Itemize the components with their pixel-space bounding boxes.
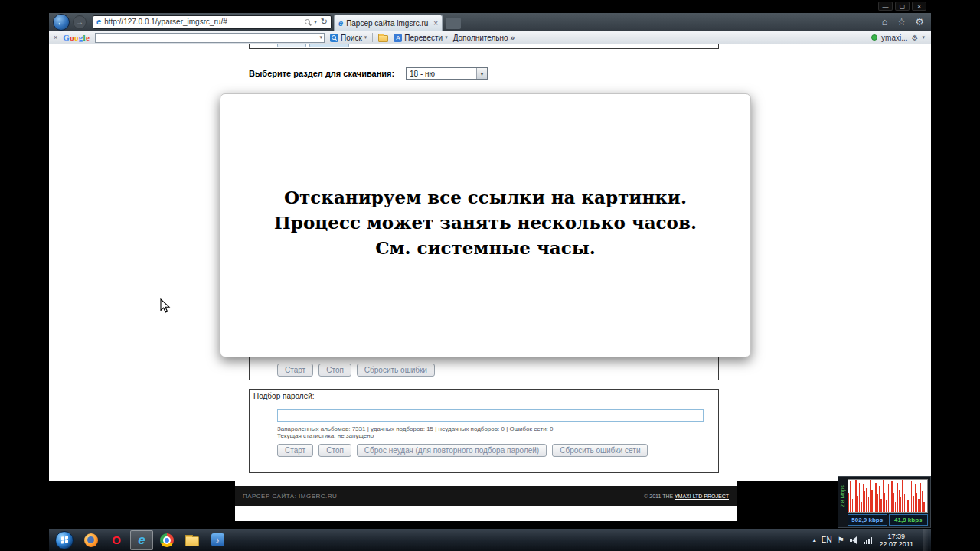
toolbar-search-label: Поиск — [341, 34, 362, 42]
media-player-icon: ♪ — [211, 533, 224, 546]
search-icon[interactable] — [305, 19, 310, 24]
chevron-down-icon: ▾ — [445, 34, 448, 41]
clipped-button[interactable] — [277, 44, 306, 47]
google-toolbar: × Google ▾ Поиск ▾ A Перевести ▾ Дополни… — [49, 31, 931, 44]
chevron-down-icon[interactable]: ▾ — [314, 19, 317, 25]
back-button[interactable]: ← — [53, 14, 70, 31]
taskbar-media-button[interactable]: ♪ — [206, 530, 229, 550]
passwords-stop-button[interactable]: Стоп — [318, 444, 351, 457]
toolbar-search-button[interactable]: Поиск ▾ — [330, 34, 367, 42]
select-arrow-icon[interactable]: ▼ — [476, 68, 487, 79]
instruction-overlay: Отсканируем все ссылки на картинки. Проц… — [220, 93, 751, 357]
browser-tab[interactable]: e Парсер сайта imgsrc.ru × — [334, 15, 443, 31]
firefox-icon — [84, 533, 98, 547]
windows-logo-icon — [61, 536, 68, 543]
upload-speed: 41,9 kbps — [889, 514, 929, 526]
net-scale-label: 2.8 Mbps — [839, 480, 847, 514]
footer-project-link[interactable]: YMAXI LTD PROJECT — [675, 494, 729, 499]
new-tab-button[interactable] — [446, 18, 461, 29]
language-indicator[interactable]: EN — [822, 536, 832, 544]
tab-favicon-icon: e — [338, 19, 343, 28]
account-label[interactable]: ymaxi... — [881, 34, 907, 42]
maximize-button[interactable]: ▢ — [895, 2, 910, 11]
close-button[interactable]: × — [912, 2, 926, 11]
action-center-flag-icon[interactable]: ⚑ — [838, 536, 844, 544]
forward-button[interactable]: → — [73, 15, 87, 29]
toolbar-search-box[interactable]: ▾ — [95, 33, 325, 43]
window-controls: — ▢ × — [878, 2, 926, 11]
address-bar[interactable]: e http://127.0.0.1/yparser_imgsrc_ru/# ▾… — [93, 15, 332, 29]
toolbar-account-area: ymaxi... ⚙ ▾ — [871, 34, 926, 42]
network-icon[interactable] — [864, 536, 872, 544]
instruction-line: См. системные часы. — [220, 235, 750, 260]
taskbar-firefox-button[interactable] — [80, 530, 103, 550]
footer-site-name: ПАРСЕР САЙТА: IMGSRC.RU — [243, 493, 337, 500]
taskbar-folder-button[interactable] — [181, 530, 204, 550]
scan-reset-errors-button[interactable]: Сбросить ошибки — [357, 364, 435, 377]
clipped-section-box — [249, 44, 719, 49]
tab-close-icon[interactable]: × — [433, 20, 438, 28]
opera-icon: O — [112, 534, 121, 546]
address-bar-icons: ▾ ↻ — [305, 18, 328, 26]
scan-stop-button[interactable]: Стоп — [318, 364, 351, 377]
passwords-reset-net-errors-button[interactable]: Сбросить ошибки сети — [552, 444, 648, 457]
account-status-icon — [871, 34, 877, 41]
video-frame: — ▢ × ← → e http://127.0.0.1/yparser_img… — [0, 0, 980, 551]
more-menu-label: Дополнительно » — [453, 34, 514, 42]
taskbar-icons: O e ♪ — [80, 530, 229, 550]
favorites-star-icon[interactable]: ☆ — [897, 16, 906, 28]
clock-date: 22.07.2011 — [880, 540, 913, 548]
desktop: — ▢ × ← → e http://127.0.0.1/yparser_img… — [49, 0, 931, 551]
toolbar-separator — [372, 33, 373, 42]
clock[interactable]: 17:39 22.07.2011 — [880, 533, 913, 548]
passwords-buttons-row: Старт Стоп Сброс неудач (для повторного … — [277, 444, 648, 457]
more-menu-button[interactable]: Дополнительно » — [453, 34, 514, 42]
taskbar-opera-button[interactable]: O — [105, 530, 128, 550]
section-label: Выберите раздел для скачивания: — [249, 69, 394, 78]
browser-navbar: ← → e http://127.0.0.1/yparser_imgsrc_ru… — [49, 13, 931, 31]
show-desktop-button[interactable] — [923, 529, 928, 551]
clock-time: 17:39 — [880, 533, 913, 540]
browser-commands: ⌂ ☆ ⚙ — [882, 16, 927, 28]
passwords-stats-line-2: Текущая статистика: не запущено — [277, 432, 374, 439]
ie-icon: e — [138, 533, 145, 546]
password-pick-input[interactable] — [277, 409, 704, 422]
mouse-cursor — [160, 298, 171, 317]
chevron-down-icon[interactable]: ▾ — [320, 34, 323, 41]
net-graph-bars — [848, 480, 927, 512]
toolbar-search-input[interactable] — [97, 34, 319, 42]
scan-buttons-row: Старт Стоп Сбросить ошибки — [277, 364, 435, 377]
tray-expand-icon[interactable]: ▴ — [813, 536, 816, 543]
home-icon[interactable]: ⌂ — [882, 16, 888, 28]
network-monitor-gadget[interactable]: 2.8 Mbps 502,9 kbps 41,9 kbps — [838, 476, 931, 528]
toolbar-close-icon[interactable]: × — [54, 34, 57, 41]
instruction-line: Отсканируем все ссылки на картинки. — [220, 184, 750, 210]
window-titlebar: — ▢ × — [49, 0, 931, 13]
scan-start-button[interactable]: Старт — [277, 364, 313, 377]
taskbar-ie-button[interactable]: e — [130, 530, 153, 550]
translate-button[interactable]: A Перевести ▾ — [394, 34, 447, 42]
folder-icon — [185, 536, 199, 546]
passwords-stats-line-1: Запароленных альбомов: 7331 | удачных по… — [277, 425, 554, 432]
taskbar-chrome-button[interactable] — [155, 530, 178, 550]
category-select[interactable]: 18 - ню ▼ — [406, 67, 488, 80]
bookmarks-folder-icon[interactable] — [378, 35, 388, 42]
url-text[interactable]: http://127.0.0.1/yparser_imgsrc_ru/# — [104, 18, 302, 26]
refresh-icon[interactable]: ↻ — [321, 18, 328, 26]
wrench-icon[interactable]: ⚙ — [912, 34, 919, 42]
chevron-down-icon[interactable]: ▾ — [922, 34, 925, 41]
minimize-button[interactable]: — — [878, 2, 893, 11]
volume-icon[interactable] — [850, 536, 858, 544]
search-icon — [330, 34, 338, 42]
start-button[interactable] — [55, 531, 74, 549]
translate-icon: A — [394, 34, 402, 42]
passwords-reset-fails-button[interactable]: Сброс неудач (для повторного подбора пар… — [357, 444, 547, 457]
net-values: 502,9 kbps 41,9 kbps — [848, 514, 928, 526]
net-graph — [848, 479, 928, 513]
translate-label: Перевести — [404, 34, 443, 42]
tools-gear-icon[interactable]: ⚙ — [915, 16, 924, 28]
instruction-line: Процесс может занять несколько часов. — [220, 210, 750, 235]
clipped-button[interactable] — [309, 44, 349, 47]
passwords-start-button[interactable]: Старт — [277, 444, 313, 457]
category-select-value: 18 - ню — [410, 70, 435, 78]
